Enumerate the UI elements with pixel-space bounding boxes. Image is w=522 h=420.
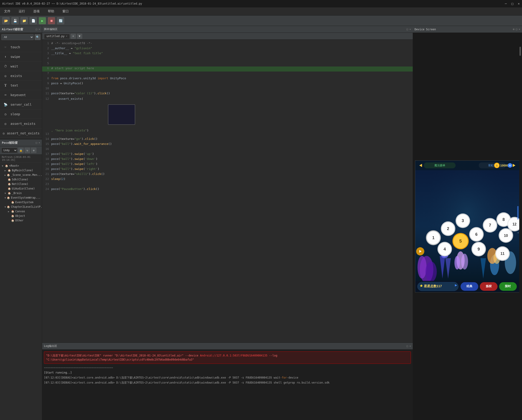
tree-item-scene[interactable]: ▶ 🏠 _Scene_scene.Men... bbox=[0, 173, 42, 177]
right-panel: Device Screen ⊞ □ × bbox=[413, 26, 522, 420]
tree-icon-uiaudio: 🏠 bbox=[8, 187, 11, 190]
menu-run[interactable]: 运行 bbox=[17, 8, 27, 14]
device-fullscreen-icon[interactable]: ⊞ bbox=[513, 28, 514, 31]
log-content[interactable]: "D:\迅雷下载\AirtestIDE\AirtestIDE" runner "… bbox=[42, 350, 413, 420]
airtest-items-list: ☞ touch ⬆ swipe ⏱ wait ◎ exists T text bbox=[0, 41, 42, 139]
airtest-panel-icons: □ × bbox=[36, 28, 40, 31]
editor-pin-icon[interactable]: □ bbox=[407, 28, 408, 31]
device-close-icon[interactable]: × bbox=[519, 28, 520, 31]
tree-item-brain[interactable]: ▼ 🏠 _Brain bbox=[0, 191, 42, 195]
tree-item-chapter2[interactable]: ▼ 🏠 Chapter2LevelListP... bbox=[0, 204, 42, 209]
sidebar-item-server-call[interactable]: 📡 server_call bbox=[0, 100, 42, 109]
search-button[interactable]: 🔍 bbox=[35, 34, 40, 40]
code-line-10: 10 bbox=[42, 86, 413, 92]
device-pin-icon[interactable]: □ bbox=[516, 28, 517, 31]
poco-type-select[interactable]: Unity bbox=[1, 148, 17, 153]
tree-icon-root: 🏠 bbox=[5, 164, 8, 167]
toolbar-refresh[interactable]: 🔄 bbox=[57, 17, 64, 24]
toolbar-folder[interactable]: 📁 bbox=[21, 17, 28, 24]
toolbar-export[interactable]: 📄 bbox=[30, 17, 37, 24]
tree-item-eventsystem[interactable]: 🏠 EventSystem bbox=[0, 200, 42, 204]
tree-item-uiaudio[interactable]: 🏠 UiAudio(Clone) bbox=[0, 186, 42, 191]
maximize-button[interactable]: □ bbox=[511, 2, 513, 6]
line-content-2: __author__ = "gzliuxin" bbox=[51, 47, 413, 50]
poco-lock-btn[interactable]: 🔒 bbox=[18, 148, 24, 153]
svg-text:5: 5 bbox=[459, 239, 462, 243]
sidebar-item-swipe[interactable]: ⬆ swipe bbox=[0, 52, 42, 62]
tree-item-object[interactable]: 🏠 Object bbox=[0, 214, 42, 218]
sidebar-item-wait[interactable]: ⏱ wait bbox=[0, 62, 42, 71]
sidebar-item-assert-not-exists[interactable]: ◎ assert_not_exists bbox=[0, 128, 42, 138]
menu-help[interactable]: 帮助 bbox=[46, 8, 56, 14]
line-number-13: 13 bbox=[42, 132, 51, 136]
log-pin-icon[interactable]: □ bbox=[407, 345, 408, 348]
tree-label-eventsystem: EventSystem bbox=[15, 201, 33, 204]
tab-close-icon[interactable]: × bbox=[66, 35, 67, 37]
device-scrollbar-thumb[interactable] bbox=[520, 47, 521, 56]
sidebar-item-text[interactable]: T text bbox=[0, 81, 42, 90]
tree-icon-other: 🏠 bbox=[11, 219, 14, 222]
poco-pin-icon[interactable]: □ bbox=[36, 141, 37, 144]
line-number-4: 4 bbox=[42, 56, 51, 60]
svg-text:炼狱: 炼狱 bbox=[486, 284, 492, 288]
poco-settings-btn[interactable]: ⚙ bbox=[31, 148, 36, 153]
editor-close-icon[interactable]: × bbox=[409, 28, 411, 31]
line-number-2: 2 bbox=[42, 47, 51, 50]
tree-item-net[interactable]: 🏠 Net(Clone) bbox=[0, 182, 42, 186]
tree-icon-canvas: 🏠 bbox=[11, 210, 14, 213]
line-content-6: # start your script here bbox=[51, 67, 413, 70]
toolbar-play[interactable]: ▶ bbox=[39, 17, 46, 24]
tree-item-bgmain[interactable]: ▶ 🏠 BgMain(Clone) bbox=[0, 168, 42, 173]
tree-label-other: Other bbox=[15, 219, 23, 222]
tab-add-button[interactable]: + bbox=[71, 34, 76, 39]
log-start: [Start running..] bbox=[44, 371, 411, 375]
airtest-close-icon[interactable]: × bbox=[38, 28, 40, 31]
tree-item-canvas[interactable]: ▶ 🏠 Canvas bbox=[0, 209, 42, 214]
svg-text:魔法森林: 魔法森林 bbox=[434, 164, 445, 167]
device-scrollbar[interactable] bbox=[519, 47, 521, 356]
line-content-14: poco(texture="go").click() bbox=[51, 137, 413, 140]
svg-text:7: 7 bbox=[489, 223, 491, 227]
svg-point-34 bbox=[454, 256, 460, 269]
sidebar-item-exists[interactable]: ◎ exists bbox=[0, 71, 42, 81]
airtest-pin-icon[interactable]: □ bbox=[36, 28, 37, 31]
tree-icon-bgmain: 🏠 bbox=[8, 169, 11, 172]
toolbar-save[interactable]: 💾 bbox=[11, 17, 19, 24]
code-editor[interactable]: 1 # -*- encoding=utf8 -*- 2 __author__ =… bbox=[42, 40, 413, 342]
device-screen-area[interactable]: 魔法森林 彩虹塘 G 10000 + bbox=[413, 33, 522, 420]
tree-item-other[interactable]: 🏠 Other bbox=[0, 218, 42, 223]
tree-label-object: Object bbox=[15, 214, 25, 218]
line-number-7: 7 bbox=[42, 71, 51, 75]
menu-file[interactable]: 文件 bbox=[2, 8, 12, 14]
poco-close-icon[interactable]: × bbox=[38, 141, 40, 144]
tree-item-sdk[interactable]: 🏠 Sdk(Clone) bbox=[0, 177, 42, 182]
svg-text:1: 1 bbox=[432, 235, 435, 240]
log-close-icon[interactable]: × bbox=[409, 345, 411, 348]
tab-menu-button[interactable]: ▼ bbox=[77, 34, 82, 39]
tab-untitled[interactable]: untitled.py × bbox=[44, 34, 70, 39]
tree-item-eventsystemwrap[interactable]: ▼ 🏠 EventSystemWrap... bbox=[0, 195, 42, 200]
tree-arrow-canvas: ▶ bbox=[8, 210, 10, 213]
tree-item-root[interactable]: ▼ 🏠 <Root> bbox=[0, 163, 42, 168]
code-line-23: 23 bbox=[42, 182, 413, 187]
code-line-18: 18 poco("ball").swipe('down') bbox=[42, 157, 413, 162]
poco-refresh-btn[interactable]: ↻ bbox=[25, 148, 30, 153]
toolbar-stop[interactable]: ⏹ bbox=[48, 17, 55, 24]
close-button[interactable]: × bbox=[518, 2, 520, 6]
swipe-label: swipe bbox=[10, 55, 20, 59]
sidebar-item-keyevent[interactable]: ⌨ keyevent bbox=[0, 90, 42, 100]
poco-panel-header: Poco辅助窗 □ × bbox=[0, 139, 42, 146]
minimize-button[interactable]: ─ bbox=[505, 2, 507, 6]
assert-exists-label: assert_exists bbox=[10, 122, 36, 125]
toolbar-open[interactable]: 📂 bbox=[2, 17, 9, 24]
airtest-section: Airtest辅助窗 □ × All 🔍 ☞ touch ⬆ bbox=[0, 26, 42, 139]
sidebar-item-assert-exists[interactable]: ◎ assert_exists bbox=[0, 119, 42, 128]
fish-icon-popup[interactable] bbox=[108, 104, 135, 125]
search-select[interactable]: All bbox=[1, 34, 34, 40]
sidebar-item-sleep[interactable]: ◷ sleep bbox=[0, 109, 42, 119]
menu-window[interactable]: 窗口 bbox=[61, 8, 70, 14]
code-line-19: 19 poco("ball").swipe('left') bbox=[42, 162, 413, 167]
sidebar-item-touch[interactable]: ☞ touch bbox=[0, 42, 42, 52]
menu-options[interactable]: 选项 bbox=[31, 8, 41, 14]
svg-point-27 bbox=[417, 256, 427, 279]
